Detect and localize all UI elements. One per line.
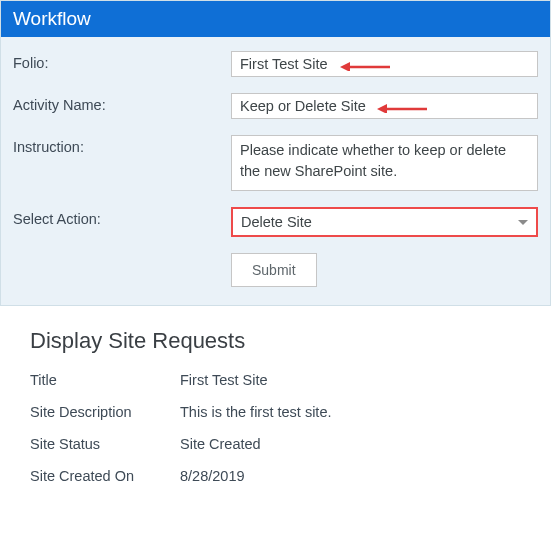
folio-input[interactable]: First Test Site xyxy=(231,51,538,77)
detail-row-title: Title First Test Site xyxy=(30,372,521,388)
detail-value-status: Site Created xyxy=(180,436,521,452)
activity-value: Keep or Delete Site xyxy=(240,98,366,114)
row-activity: Activity Name: Keep or Delete Site xyxy=(13,93,538,119)
label-activity: Activity Name: xyxy=(13,93,231,119)
svg-marker-3 xyxy=(377,104,387,113)
detail-label-title: Title xyxy=(30,372,180,388)
svg-marker-1 xyxy=(340,62,350,71)
select-action-value: Delete Site xyxy=(241,214,312,230)
select-action-dropdown[interactable]: Delete Site xyxy=(231,207,538,237)
label-instruction: Instruction: xyxy=(13,135,231,191)
display-site-requests: Display Site Requests Title First Test S… xyxy=(0,306,551,508)
instruction-box: Please indicate whether to keep or delet… xyxy=(231,135,538,191)
row-instruction: Instruction: Please indicate whether to … xyxy=(13,135,538,191)
label-folio: Folio: xyxy=(13,51,231,77)
details-heading: Display Site Requests xyxy=(30,328,521,354)
detail-label-status: Site Status xyxy=(30,436,180,452)
row-folio: Folio: First Test Site xyxy=(13,51,538,77)
workflow-panel: Workflow Folio: First Test Site Activity… xyxy=(0,0,551,306)
row-select-action: Select Action: Delete Site xyxy=(13,207,538,237)
submit-button[interactable]: Submit xyxy=(231,253,317,287)
detail-value-created: 8/28/2019 xyxy=(180,468,521,484)
detail-label-description: Site Description xyxy=(30,404,180,420)
detail-value-description: This is the first test site. xyxy=(180,404,521,420)
detail-row-description: Site Description This is the first test … xyxy=(30,404,521,420)
arrow-annotation-icon xyxy=(340,61,390,71)
arrow-annotation-icon xyxy=(377,103,427,113)
detail-label-created: Site Created On xyxy=(30,468,180,484)
activity-input[interactable]: Keep or Delete Site xyxy=(231,93,538,119)
chevron-down-icon xyxy=(518,220,528,225)
workflow-header: Workflow xyxy=(1,1,550,37)
detail-row-created: Site Created On 8/28/2019 xyxy=(30,468,521,484)
detail-row-status: Site Status Site Created xyxy=(30,436,521,452)
row-submit: Submit xyxy=(13,253,538,287)
label-spacer xyxy=(13,253,231,287)
detail-value-title: First Test Site xyxy=(180,372,521,388)
folio-value: First Test Site xyxy=(240,56,328,72)
label-select-action: Select Action: xyxy=(13,207,231,237)
workflow-body: Folio: First Test Site Activity Name: Ke… xyxy=(1,37,550,305)
